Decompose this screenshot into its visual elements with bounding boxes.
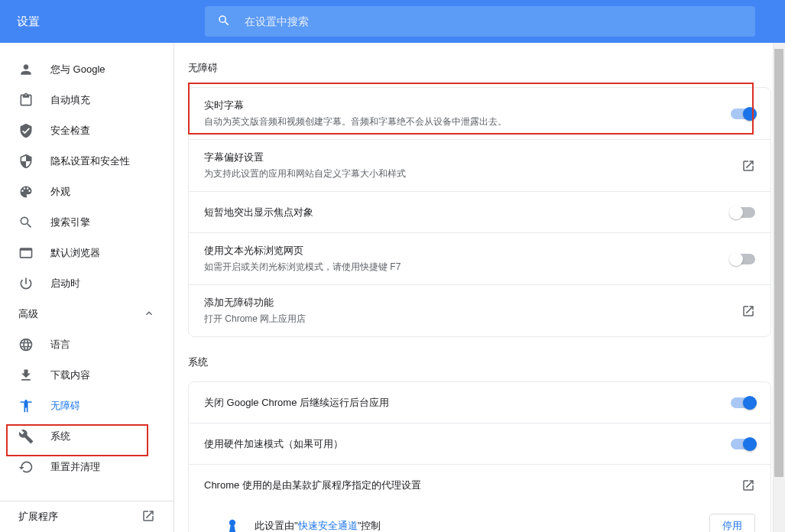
sidebar-item-label: 自动填充 [50, 93, 90, 107]
row-title: 短暂地突出显示焦点对象 [204, 206, 722, 219]
open-in-new-icon [741, 478, 755, 492]
search-input[interactable] [245, 15, 743, 28]
sidebar-item-downloads[interactable]: 下载内容 [0, 360, 174, 391]
row-title: 使用文本光标浏览网页 [204, 244, 722, 258]
sidebar-advanced-label: 高级 [18, 307, 38, 321]
person-icon [18, 62, 34, 77]
row-title: 关闭 Google Chrome 后继续运行后台应用 [204, 396, 722, 410]
sidebar-item-privacy[interactable]: 隐私设置和安全性 [0, 146, 174, 177]
proxy-extension-text: 此设置由"快速安全通道"控制 [255, 519, 709, 532]
power-icon [18, 276, 34, 291]
row-add-features[interactable]: 添加无障碍功能 打开 Chrome 网上应用店 [189, 285, 770, 336]
row-subtitle: 自动为英文版音频和视频创建字幕。音频和字幕绝不会从设备中泄露出去。 [204, 115, 722, 128]
scrollbar-track[interactable] [773, 43, 785, 532]
sidebar-item-label: 扩展程序 [18, 510, 58, 524]
shield-icon [18, 154, 34, 169]
sidebar-item-you-and-google[interactable]: 您与 Google [0, 54, 174, 85]
row-subtitle: 打开 Chrome 网上应用店 [204, 313, 732, 326]
clipboard-icon [18, 92, 34, 108]
sidebar-item-appearance[interactable]: 外观 [0, 177, 174, 207]
sidebar-item-label: 无障碍 [50, 399, 80, 413]
sidebar-item-label: 系统 [50, 430, 70, 443]
sidebar-item-reset[interactable]: 重置并清理 [0, 452, 174, 482]
row-caption-prefs[interactable]: 字幕偏好设置 为支持此设置的应用和网站自定义字幕大小和样式 [189, 140, 770, 192]
sidebar-item-system[interactable]: 系统 [0, 421, 174, 452]
toggle-focus-highlight[interactable] [731, 207, 755, 218]
globe-icon [18, 337, 34, 352]
sidebar-item-startup[interactable]: 启动时 [0, 268, 174, 299]
sidebar-item-accessibility[interactable]: 无障碍 [0, 391, 174, 421]
row-live-caption[interactable]: 实时字幕 自动为英文版音频和视频创建字幕。音频和字幕绝不会从设备中泄露出去。 [189, 88, 770, 140]
restore-icon [18, 459, 34, 475]
palette-icon [18, 184, 34, 200]
row-subtitle: 为支持此设置的应用和网站自定义字幕大小和样式 [204, 167, 732, 180]
extension-icon [224, 518, 241, 532]
sidebar-item-label: 安全检查 [50, 124, 90, 138]
system-card: 关闭 Google Chrome 后继续运行后台应用 使用硬件加速模式（如果可用… [188, 381, 771, 532]
row-title: 字幕偏好设置 [204, 151, 732, 164]
open-in-new-icon [741, 159, 755, 173]
row-proxy[interactable]: Chrome 使用的是由某款扩展程序指定的代理设置 [189, 465, 770, 506]
chevron-up-icon [143, 307, 155, 322]
row-title: 实时字幕 [204, 99, 722, 112]
sidebar-advanced-toggle[interactable]: 高级 [0, 299, 174, 329]
sidebar-item-search-engine[interactable]: 搜索引擎 [0, 207, 174, 238]
row-title: 添加无障碍功能 [204, 296, 732, 310]
shield-check-icon [18, 123, 34, 138]
wrench-icon [18, 429, 34, 444]
row-title: Chrome 使用的是由某款扩展程序指定的代理设置 [204, 478, 732, 492]
sidebar-item-label: 外观 [50, 185, 70, 199]
toggle-live-caption[interactable] [731, 109, 755, 119]
search-icon [217, 14, 231, 30]
row-focus-highlight[interactable]: 短暂地突出显示焦点对象 [189, 192, 770, 233]
row-caret-browsing[interactable]: 使用文本光标浏览网页 如需开启或关闭光标浏览模式，请使用快捷键 F7 [189, 233, 770, 285]
proxy-extension-link[interactable]: 快速安全通道 [298, 520, 358, 531]
row-title: 使用硬件加速模式（如果可用） [204, 437, 722, 451]
search-icon [18, 215, 34, 230]
sidebar-item-label: 启动时 [50, 277, 80, 290]
toggle-bg-apps[interactable] [731, 397, 755, 408]
toggle-caret-browsing[interactable] [731, 254, 755, 264]
row-subtitle: 如需开启或关闭光标浏览模式，请使用快捷键 F7 [204, 261, 722, 274]
sidebar-item-safety-check[interactable]: 安全检查 [0, 115, 174, 146]
search-box[interactable] [205, 6, 755, 37]
disable-extension-button[interactable]: 停用 [709, 514, 755, 532]
sidebar-item-label: 隐私设置和安全性 [50, 154, 130, 168]
sidebar-item-label: 默认浏览器 [50, 246, 100, 260]
toggle-hw-accel[interactable] [731, 439, 755, 449]
section-heading-system: 系统 [188, 337, 785, 381]
sidebar-item-extensions[interactable]: 扩展程序 [0, 501, 174, 532]
open-in-new-icon [741, 304, 755, 318]
sidebar-item-label: 语言 [50, 338, 70, 352]
accessibility-icon [18, 398, 34, 414]
scrollbar-thumb[interactable] [774, 49, 783, 477]
section-heading-accessibility: 无障碍 [188, 43, 785, 87]
accessibility-card: 实时字幕 自动为英文版音频和视频创建字幕。音频和字幕绝不会从设备中泄露出去。 字… [188, 87, 771, 337]
sidebar-item-label: 搜索引擎 [50, 216, 90, 229]
sidebar-item-label: 重置并清理 [50, 460, 100, 474]
browser-icon [18, 245, 34, 261]
settings-title: 设置 [0, 15, 205, 29]
row-hw-accel[interactable]: 使用硬件加速模式（如果可用） [189, 423, 770, 465]
row-bg-apps[interactable]: 关闭 Google Chrome 后继续运行后台应用 [189, 382, 770, 423]
row-proxy-extension: 此设置由"快速安全通道"控制 停用 [189, 506, 770, 532]
sidebar-item-autofill[interactable]: 自动填充 [0, 85, 174, 115]
sidebar-item-default-browser[interactable]: 默认浏览器 [0, 238, 174, 268]
sidebar-item-label: 您与 Google [50, 63, 105, 76]
download-icon [18, 368, 34, 383]
open-in-new-icon [141, 509, 155, 525]
sidebar-item-language[interactable]: 语言 [0, 329, 174, 360]
sidebar-item-label: 下载内容 [50, 368, 90, 382]
